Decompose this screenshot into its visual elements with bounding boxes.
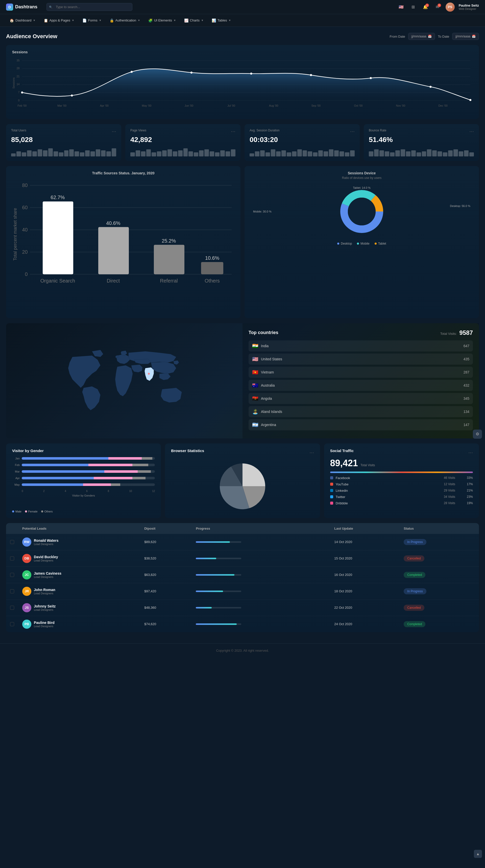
desktop-dot xyxy=(337,243,339,245)
hbar-male-mar xyxy=(22,470,104,473)
svg-text:35: 35 xyxy=(17,59,20,62)
legend-desktop: Desktop xyxy=(337,242,352,245)
auth-icon: 🔒 xyxy=(110,19,114,23)
visitor-gender-title: Visitor by Gender xyxy=(12,448,155,453)
row-checkbox-0[interactable] xyxy=(10,540,14,544)
logo[interactable]: D Dashtrans xyxy=(6,3,41,10)
stat-menu-btn[interactable]: ⋯ xyxy=(112,129,116,134)
country-row-vn: 🇻🇳 Vietnam 287 xyxy=(249,367,473,378)
svg-text:Nov '00: Nov '00 xyxy=(396,104,405,107)
country-name-ar: Argentina xyxy=(261,423,461,427)
to-date-input[interactable]: jj/mm/aaaa 📅 xyxy=(452,33,479,40)
leads-table: Potential Leads Diposit Progress Last Up… xyxy=(6,523,479,632)
ui-icon: 🧩 xyxy=(148,19,153,23)
mini-bars-pv xyxy=(130,146,235,156)
progress-track-0 xyxy=(196,541,241,543)
stat-menu-btn-sd[interactable]: ⋯ xyxy=(350,129,355,134)
nav-item-tables[interactable]: 📊 Tables ▼ xyxy=(208,17,234,25)
nav-item-forms[interactable]: 📄 Forms ▼ xyxy=(79,17,105,25)
browser-menu-btn[interactable]: ⋯ xyxy=(310,450,314,455)
country-name-ao: Angola xyxy=(261,397,461,401)
flag-india: 🇮🇳 xyxy=(252,343,258,349)
lead-role-2: Lead Designers xyxy=(34,576,61,579)
stat-menu-btn-br[interactable]: ⋯ xyxy=(470,129,474,134)
hbar-others-may xyxy=(111,484,120,486)
country-name-vn: Vietnam xyxy=(261,370,461,374)
scroll-top-button[interactable]: ▲ xyxy=(474,850,482,858)
svg-text:28: 28 xyxy=(17,67,20,70)
lead-deposit-5: $74,620 xyxy=(140,616,192,632)
lead-deposit-4: $48,360 xyxy=(140,599,192,616)
progress-track-4 xyxy=(196,607,241,609)
facebook-dot xyxy=(330,476,333,479)
topnav-actions: 🇺🇸 ⊞ 🔔 1 ✉ 2 PS Pauline Seitz Web Design… xyxy=(397,2,479,11)
mobile-dot xyxy=(357,243,359,245)
svg-point-20 xyxy=(470,99,472,101)
lead-info-2: JC James Caviness Lead Designers xyxy=(22,570,136,580)
svg-point-12 xyxy=(21,91,23,93)
lead-info-5: PB Pauline Bird Lead Designers xyxy=(22,620,136,629)
dribbble-dot xyxy=(330,502,333,505)
notification-button[interactable]: 🔔 1 xyxy=(421,3,429,11)
row-checkbox-1[interactable] xyxy=(10,556,14,560)
social-menu-btn[interactable]: ⋯ xyxy=(468,450,473,455)
social-name-li: Linkedin xyxy=(336,489,441,493)
map-container xyxy=(6,323,243,438)
svg-text:Sessions: Sessions xyxy=(12,77,15,89)
svg-point-17 xyxy=(310,74,312,76)
hbar-chart: Jan Feb Mar xyxy=(12,457,155,507)
svg-text:Dec '00: Dec '00 xyxy=(438,104,447,107)
svg-text:14: 14 xyxy=(17,83,20,86)
search-input[interactable] xyxy=(46,3,132,11)
linkedin-dot xyxy=(330,489,333,492)
hbar-male-jan xyxy=(22,457,108,460)
message-button[interactable]: ✉ 2 xyxy=(433,3,442,11)
svg-text:Jul '00: Jul '00 xyxy=(227,104,235,107)
hbar-others-feb xyxy=(132,464,148,466)
progress-track-1 xyxy=(196,558,241,559)
nav-item-apps[interactable]: 📋 Apps & Pages ▼ xyxy=(40,17,78,25)
hbar-track-jan xyxy=(22,457,155,460)
chevron-down-icon-tables: ▼ xyxy=(228,19,231,22)
row-checkbox-3[interactable] xyxy=(10,589,14,593)
progress-fill-1 xyxy=(196,558,216,559)
th-name: Potential Leads xyxy=(18,523,140,534)
flag-icon: 🇺🇸 xyxy=(399,4,403,9)
social-name-yt: YouTube xyxy=(336,483,441,486)
nav-item-ui[interactable]: 🧩 UI Elements ▼ xyxy=(145,17,180,25)
nav-label-forms: Forms xyxy=(88,19,98,22)
row-checkbox-4[interactable] xyxy=(10,606,14,610)
nav-label-auth: Authentication xyxy=(116,19,136,22)
avatar[interactable]: PS xyxy=(446,2,455,11)
to-date-value: jj/mm/aaaa xyxy=(455,35,470,38)
user-name: Pauline Seitz xyxy=(459,3,479,7)
social-progress-bar xyxy=(330,471,473,473)
table-row: JR John Roman Lead Designers $97,420 18 … xyxy=(6,583,479,599)
row-checkbox-2[interactable] xyxy=(10,573,14,577)
chevron-down-icon-charts: ▼ xyxy=(201,19,203,22)
top-countries-header: Top countries Total Visits: 9587 xyxy=(249,329,473,336)
table-row: JC James Caviness Lead Designers $63,820… xyxy=(6,566,479,583)
top-countries-title: Top countries xyxy=(249,330,278,335)
user-role: Web Designer xyxy=(459,7,479,10)
nav-item-dashboard[interactable]: 🏠 Dashboard ▼ xyxy=(6,17,39,25)
flag-button[interactable]: 🇺🇸 xyxy=(397,3,405,11)
settings-fab[interactable]: ⚙ xyxy=(473,430,482,439)
nav-item-charts[interactable]: 📈 Charts ▼ xyxy=(181,17,207,25)
footer: Copyright © 2023. All right reserved. xyxy=(0,643,485,657)
youtube-dot xyxy=(330,483,333,486)
flag-ax: 🏝️ xyxy=(252,409,258,415)
svg-text:May '00: May '00 xyxy=(142,104,152,107)
stat-cards: Total Users ⋯ 85,028 Page Views ⋯ xyxy=(6,124,479,161)
nav-item-auth[interactable]: 🔒 Authentication ▼ xyxy=(106,17,144,25)
stat-label-pv: Page Views xyxy=(130,129,146,132)
from-date-input[interactable]: jj/mm/aaaa 📅 xyxy=(408,33,435,40)
row-checkbox-5[interactable] xyxy=(10,622,14,626)
grid-button[interactable]: ⊞ xyxy=(409,3,417,11)
svg-text:Aug '00: Aug '00 xyxy=(269,104,278,107)
legend-mobile: Mobile xyxy=(357,242,369,245)
progress-fill-4 xyxy=(196,607,212,609)
mini-bars xyxy=(11,146,116,156)
stat-menu-btn-pv[interactable]: ⋯ xyxy=(231,129,235,134)
lead-date-0: 14 Oct 2020 xyxy=(330,534,399,550)
